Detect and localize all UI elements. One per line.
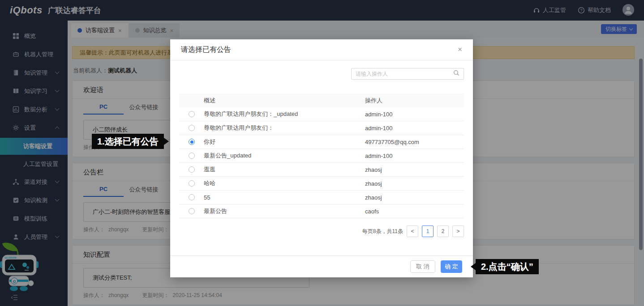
radio-button[interactable] bbox=[189, 166, 195, 173]
table-row[interactable]: 最新公告 caofs bbox=[179, 204, 464, 218]
close-icon[interactable]: × bbox=[458, 45, 462, 54]
prev-page-button[interactable]: < bbox=[407, 225, 418, 237]
row-summary: 最新公告_updated bbox=[204, 152, 365, 160]
cancel-button[interactable]: 取 消 bbox=[410, 260, 435, 273]
table-row[interactable]: 最新公告_updated admin-100 bbox=[179, 149, 464, 163]
row-summary: 尊敬的广联达用户朋友们： bbox=[204, 124, 365, 132]
pagination-summary: 每页8条，共11条 bbox=[362, 228, 403, 235]
confirm-button[interactable]: 确 定 bbox=[441, 260, 462, 273]
row-operator: caofs bbox=[365, 208, 464, 215]
table-row[interactable]: 尊敬的广联达用户朋友们： admin-100 bbox=[179, 121, 464, 135]
annotation-step2: 2.点击“确认” bbox=[476, 259, 539, 274]
radio-button[interactable] bbox=[189, 208, 195, 214]
page-2-button[interactable]: 2 bbox=[437, 225, 449, 237]
row-summary: 尊敬的广联达用户朋友们：_updated bbox=[204, 110, 365, 118]
annotation-step1: 1.选择已有公告 bbox=[92, 134, 164, 149]
column-summary: 概述 bbox=[179, 97, 365, 105]
radio-button[interactable] bbox=[189, 180, 195, 187]
table-row[interactable]: 哈哈 zhaosj bbox=[179, 177, 464, 191]
table-row[interactable]: 55 zhaosj bbox=[179, 191, 464, 204]
table-header: 概述 操作人 bbox=[179, 94, 464, 107]
pagination: 每页8条，共11条 < 1 2 > bbox=[179, 225, 464, 237]
row-operator: zhaosj bbox=[365, 194, 464, 201]
next-page-button[interactable]: > bbox=[452, 225, 464, 237]
operator-search-box bbox=[351, 68, 464, 80]
row-operator: admin-100 bbox=[365, 111, 464, 118]
row-summary: 最新公告 bbox=[204, 207, 365, 215]
table-row-selected[interactable]: 你好 497737705@qq.com bbox=[179, 135, 464, 149]
dialog-title: 请选择已有公告 bbox=[181, 45, 231, 55]
row-operator: zhaosj bbox=[365, 180, 464, 187]
radio-button[interactable] bbox=[189, 111, 195, 117]
row-operator: admin-100 bbox=[365, 153, 464, 159]
table-row[interactable]: 逛逛 zhaosj bbox=[179, 163, 464, 177]
radio-button[interactable] bbox=[189, 153, 195, 159]
row-summary: 你好 bbox=[204, 138, 365, 146]
radio-button[interactable] bbox=[189, 125, 195, 131]
row-operator: 497737705@qq.com bbox=[365, 139, 464, 145]
dialog-footer: 取 消 确 定 bbox=[170, 255, 473, 277]
row-summary: 55 bbox=[204, 194, 365, 201]
column-operator: 操作人 bbox=[365, 97, 464, 105]
operator-search-input[interactable] bbox=[356, 71, 453, 77]
radio-button[interactable] bbox=[189, 194, 195, 200]
row-operator: admin-100 bbox=[365, 125, 464, 132]
row-summary: 哈哈 bbox=[204, 179, 365, 187]
table-row[interactable]: 尊敬的广联达用户朋友们：_updated admin-100 bbox=[179, 107, 464, 121]
search-icon[interactable] bbox=[453, 70, 459, 78]
select-announcement-dialog: 请选择已有公告 × 概述 操作人 尊敬的广联达用户朋友们：_updated ad… bbox=[170, 39, 473, 277]
row-operator: zhaosj bbox=[365, 166, 464, 173]
radio-button-selected[interactable] bbox=[189, 139, 195, 145]
row-summary: 逛逛 bbox=[204, 166, 365, 174]
page-1-button[interactable]: 1 bbox=[422, 225, 434, 237]
